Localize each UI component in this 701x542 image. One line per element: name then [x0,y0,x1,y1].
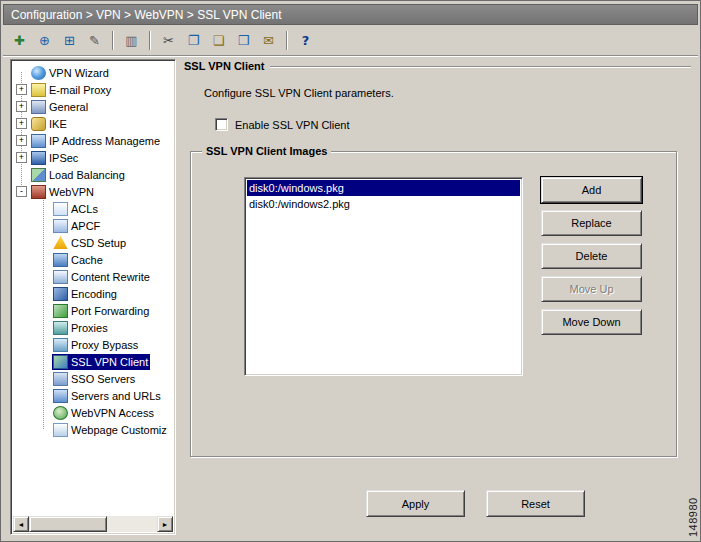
images-listbox[interactable]: disk0:/windows.pkgdisk0:/windows2.pkg [244,177,523,376]
expander-spacer [38,237,49,248]
expand-icon[interactable]: + [16,118,27,129]
scroll-right-button[interactable]: ► [157,516,173,532]
tree-item-label: VPN Wizard [46,67,109,79]
tree-item-sso-servers[interactable]: SSO Servers [13,370,173,387]
cut-button[interactable]: ✂ [157,29,180,52]
insert-button[interactable]: ⊕ [33,29,56,52]
add-button[interactable]: ✚ [8,29,31,52]
mail-button[interactable]: ✉ [257,29,280,52]
collapse-icon[interactable]: - [16,186,27,197]
tree-item-vpn-wizard[interactable]: VPN Wizard [13,64,173,81]
expand-icon[interactable]: + [16,152,27,163]
tree-item-webvpn-access[interactable]: WebVPN Access [13,404,173,421]
list-item-disk0-windows2-pkg[interactable]: disk0:/windows2.pkg [247,196,520,212]
expander-spacer [38,407,49,418]
paste-icon: ❏ [213,34,225,47]
paste-special-button[interactable]: ❒ [232,29,255,52]
enable-sslvpn-checkbox[interactable] [215,118,228,131]
expand-icon[interactable]: + [16,84,27,95]
tree-item-csd-setup[interactable]: CSD Setup [13,234,173,251]
move-down-button[interactable]: Move Down [541,309,642,335]
tree-item-label: Proxies [68,322,108,334]
tree-item-cache[interactable]: Cache [13,251,173,268]
tree-item-content: IKE [30,116,69,132]
tree-item-ssl-vpn-client[interactable]: SSL VPN Client [13,353,173,370]
delete-button[interactable]: Delete [541,243,642,269]
expander-spacer [38,305,49,316]
expander-spacer [38,203,49,214]
paste-button[interactable]: ❏ [207,29,230,52]
webvpn-access-icon [53,406,68,420]
tree-item-label: Servers and URLs [68,390,161,402]
scroll-left-button[interactable]: ◄ [13,516,29,532]
tree-item-content-rewrite[interactable]: Content Rewrite [13,268,173,285]
tree-item-content: WebVPN [30,184,96,200]
enable-sslvpn-checkbox-row[interactable]: Enable SSL VPN Client [215,118,350,131]
tree-item-acls[interactable]: ACLs [13,200,173,217]
expander-spacer [38,254,49,265]
tree-item-proxy-bypass[interactable]: Proxy Bypass [13,336,173,353]
proxy-bypass-icon [53,338,68,352]
webpage-customization-icon [53,423,68,437]
edit-icon: ✎ [89,34,100,47]
tree-item-content: Cache [52,252,105,268]
tree-item-content: SSO Servers [52,371,137,387]
tree-item-label: Cache [68,254,103,266]
expander-spacer [16,169,27,180]
tree-item-port-forwarding[interactable]: Port Forwarding [13,302,173,319]
vpn-wizard-icon [31,66,46,80]
sso-servers-icon [53,372,68,386]
help-button[interactable]: ? [294,29,317,52]
tree-item-proxies[interactable]: Proxies [13,319,173,336]
tree-item-ike[interactable]: +IKE [13,115,173,132]
sslvpn-images-groupbox: SSL VPN Client Images disk0:/windows.pkg… [190,151,677,457]
expand-icon[interactable]: + [16,135,27,146]
delete-button[interactable]: ▥ [120,29,143,52]
groupbox-title: SSL VPN Client Images [202,145,331,157]
insert-after-button[interactable]: ⊞ [58,29,81,52]
tree-item-e-mail-proxy[interactable]: +E-mail Proxy [13,81,173,98]
add-icon: ✚ [14,34,25,47]
servers-and-urls-icon [53,389,68,403]
delete-icon: ▥ [125,34,137,47]
expander-spacer [38,373,49,384]
page-title: SSL VPN Client [184,60,264,72]
tree-item-encoding[interactable]: Encoding [13,285,173,302]
scrollbar-thumb[interactable] [29,516,107,532]
tree-item-webpage-customiz[interactable]: Webpage Customiz [13,421,173,438]
load-balancing-icon [31,168,46,182]
scrollbar-track[interactable] [107,516,157,532]
list-item-disk0-windows-pkg[interactable]: disk0:/windows.pkg [247,180,520,196]
apply-button[interactable]: Apply [366,490,465,517]
tree-horizontal-scrollbar[interactable]: ◄ ► [13,516,173,532]
tree-item-content: VPN Wizard [30,65,111,81]
tree-item-label: SSL VPN Client [68,356,148,368]
asdm-window: Configuration > VPN > WebVPN > SSL VPN C… [0,0,701,542]
ssl-vpn-client-icon [53,355,68,369]
tree-item-ipsec[interactable]: +IPSec [13,149,173,166]
tree-item-label: Content Rewrite [68,271,150,283]
copy-icon: ❐ [188,34,200,47]
add-button[interactable]: Add [541,177,642,203]
tree-item-servers-and-urls[interactable]: Servers and URLs [13,387,173,404]
tree-item-content: WebVPN Access [52,405,156,421]
csd-setup-icon [53,236,68,250]
replace-button[interactable]: Replace [541,210,642,236]
tree-item-apcf[interactable]: APCF [13,217,173,234]
navigation-tree-panel: VPN Wizard+E-mail Proxy+General+IKE+IP A… [10,59,176,535]
edit-button[interactable]: ✎ [83,29,106,52]
expander-spacer [16,67,27,78]
tree-item-general[interactable]: +General [13,98,173,115]
tree-item-label: Load Balancing [46,169,125,181]
description-text: Configure SSL VPN Client parameters. [204,87,394,99]
tree-item-webvpn[interactable]: -WebVPN [13,183,173,200]
copy-button[interactable]: ❐ [182,29,205,52]
scroll-right-icon: ► [162,521,169,528]
tree-item-content: Port Forwarding [52,303,151,319]
reset-button[interactable]: Reset [486,490,585,517]
tree-item-ip-address-manageme[interactable]: +IP Address Manageme [13,132,173,149]
tree-item-load-balancing[interactable]: Load Balancing [13,166,173,183]
tree-item-label: IPSec [46,152,78,164]
expander-spacer [38,322,49,333]
expand-icon[interactable]: + [16,101,27,112]
